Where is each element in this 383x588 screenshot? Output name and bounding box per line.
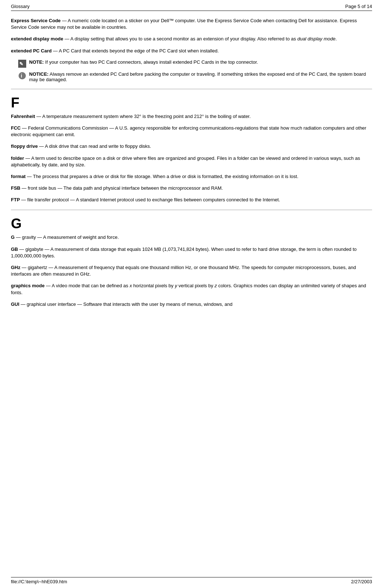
term-format-dash: — [25, 174, 33, 179]
term-floppy-drive-text: floppy drive — A disk drive that can rea… [11, 143, 372, 150]
note-text: If your computer has two PC Card connect… [44, 59, 258, 65]
section-g: G G — gravity — A measurement of weight … [11, 217, 372, 308]
divider-fg [11, 210, 372, 210]
term-extended-pc-card-def: A PC Card that extends beyond the edge o… [59, 48, 219, 54]
term-extended-display-mode-text: extended display mode — A display settin… [11, 36, 372, 42]
term-extended-display-mode-def-italic: dual display mode [297, 36, 336, 42]
term-folder-dash: — [24, 155, 31, 161]
notice-svg: i [18, 72, 26, 80]
term-folder: folder — A term used to describe space o… [11, 155, 372, 168]
page-wrapper: Glossary Page 5 of 14 Express Service Co… [0, 0, 383, 588]
term-ftp-dash: — [20, 197, 27, 202]
term-floppy-drive-label: floppy drive [11, 143, 38, 149]
term-graphics-mode-def-pre: A video mode that can be defined as [52, 283, 130, 288]
term-extended-display-mode-dash: — [63, 36, 71, 42]
term-ghz-def: gigahertz — A measurement of frequency t… [11, 265, 356, 277]
term-ftp-text: FTP — file transfer protocol — A standar… [11, 197, 372, 203]
term-ghz-label: GHz [11, 265, 20, 270]
term-ghz-dash: — [20, 265, 28, 270]
term-graphics-mode-mid1: horizontal pixels by [132, 283, 175, 288]
note-svg: ✎ [18, 60, 26, 68]
term-ghz-text: GHz — gigahertz — A measurement of frequ… [11, 264, 372, 277]
page-number: Page 5 of 14 [345, 4, 372, 9]
term-gb-dash: — [18, 246, 25, 252]
term-format: format — The process that prepares a dri… [11, 173, 372, 180]
term-express-service-code-text: Express Service Code — A numeric code lo… [11, 17, 372, 31]
term-floppy-drive-def: A disk drive that can read and write to … [45, 143, 151, 149]
term-graphics-mode-label: graphics mode [11, 283, 44, 288]
note-label: NOTE: [29, 59, 44, 65]
term-g: G — gravity — A measurement of weight an… [11, 234, 372, 241]
term-g-text: G — gravity — A measurement of weight an… [11, 234, 372, 241]
term-fahrenheit-label: Fahrenheit [11, 114, 35, 119]
notice-pc-card-content: NOTICE: Always remove an extended PC Car… [29, 71, 372, 82]
term-graphics-mode-mid2: vertical pixels by [177, 283, 215, 288]
term-format-def: The process that prepares a drive or dis… [33, 174, 298, 179]
term-gui: GUI — graphical user interface — Softwar… [11, 301, 372, 308]
term-fcc-label: FCC [11, 125, 21, 131]
section-e: Express Service Code — A numeric code lo… [11, 17, 372, 82]
page-header: Glossary Page 5 of 14 [11, 4, 372, 11]
term-extended-pc-card: extended PC Card — A PC Card that extend… [11, 48, 372, 54]
note-icon: ✎ [18, 60, 26, 68]
term-fsb-def: front side bus — The data path and physi… [28, 185, 223, 191]
notice-label: NOTICE: [29, 71, 48, 77]
term-graphics-mode-dash: — [44, 283, 52, 288]
term-extended-pc-card-label: extended PC Card [11, 48, 52, 54]
term-gui-dash: — [19, 301, 27, 307]
notice-icon: i [18, 72, 26, 80]
term-floppy-drive-dash: — [38, 143, 45, 149]
term-fahrenheit-def: A temperature measurement system where 3… [42, 114, 251, 119]
term-format-label: format [11, 174, 25, 179]
page-title: Glossary [11, 4, 29, 9]
svg-point-2 [19, 72, 26, 79]
term-gb-text: GB — gigabyte — A measurement of data st… [11, 246, 372, 259]
term-folder-label: folder [11, 155, 24, 161]
term-express-service-code-label: Express Service Code [11, 18, 61, 23]
notice-text: Always remove an extended PC Card before… [29, 71, 366, 82]
term-format-text: format — The process that prepares a dri… [11, 173, 372, 180]
notice-pc-card: i NOTICE: Always remove an extended PC C… [18, 71, 372, 82]
term-fcc-def: Federal Communications Commission — A U.… [11, 125, 366, 137]
term-extended-pc-card-text: extended PC Card — A PC Card that extend… [11, 48, 372, 54]
term-fahrenheit-dash: — [35, 114, 42, 119]
term-extended-display-mode-label: extended display mode [11, 36, 63, 42]
term-extended-display-mode-def-pre: A display setting that allows you to use… [70, 36, 297, 42]
term-express-service-code-dash: — [61, 18, 68, 23]
term-fahrenheit-text: Fahrenheit — A temperature measurement s… [11, 113, 372, 120]
term-fsb-label: FSB [11, 185, 20, 191]
footer-file: file://C:\temp\~hhE039.htm [11, 579, 67, 584]
term-ftp-label: FTP [11, 197, 20, 202]
term-graphics-mode: graphics mode — A video mode that can be… [11, 283, 372, 296]
page-footer: file://C:\temp\~hhE039.htm 2/27/2003 [11, 577, 372, 584]
note-pc-card-top: ✎ NOTE: If your computer has two PC Card… [18, 59, 372, 68]
term-gui-def: graphical user interface — Software that… [27, 301, 232, 307]
divider-ef [11, 89, 372, 89]
term-folder-def: A term used to describe space on a disk … [11, 155, 360, 167]
term-ftp-def: file transfer protocol — A standard Inte… [27, 197, 280, 202]
term-g-dash: — [15, 234, 22, 240]
section-f: F Fahrenheit — A temperature measurement… [11, 96, 372, 204]
section-g-letter: G [11, 217, 372, 230]
footer-date: 2/27/2003 [351, 579, 372, 584]
term-extended-display-mode-def-post: . [335, 36, 337, 42]
term-fcc-text: FCC — Federal Communications Commission … [11, 125, 372, 138]
term-gb-def: gigabyte — A measurement of data storage… [11, 246, 357, 259]
term-fcc: FCC — Federal Communications Commission … [11, 125, 372, 138]
term-gb: GB — gigabyte — A measurement of data st… [11, 246, 372, 259]
term-extended-pc-card-dash: — [52, 48, 59, 54]
term-gui-label: GUI [11, 301, 19, 307]
term-extended-display-mode: extended display mode — A display settin… [11, 36, 372, 42]
term-gb-label: GB [11, 246, 18, 252]
term-g-label: G [11, 234, 15, 240]
term-fsb-dash: — [20, 185, 28, 191]
note-pc-card-top-content: NOTE: If your computer has two PC Card c… [29, 59, 258, 65]
term-fsb-text: FSB — front side bus — The data path and… [11, 185, 372, 192]
term-express-service-code: Express Service Code — A numeric code lo… [11, 17, 372, 31]
term-fsb: FSB — front side bus — The data path and… [11, 185, 372, 192]
term-floppy-drive: floppy drive — A disk drive that can rea… [11, 143, 372, 150]
section-f-letter: F [11, 96, 372, 110]
term-g-def: gravity — A measurement of weight and fo… [22, 234, 119, 240]
term-folder-text: folder — A term used to describe space o… [11, 155, 372, 168]
term-ftp: FTP — file transfer protocol — A standar… [11, 197, 372, 203]
